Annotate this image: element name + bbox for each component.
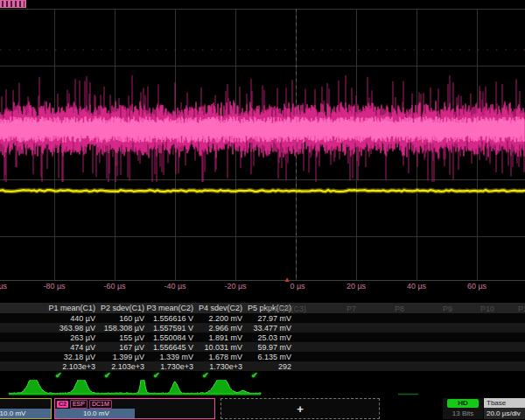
time-axis-label: 0 µs <box>290 282 304 290</box>
checkmark-icon: ✔ <box>202 371 242 380</box>
waveform-grid: ▲ <box>0 0 525 294</box>
table-row: 2.103e+32.103e+31.730e+31.730e+3292 <box>0 361 525 371</box>
table-cell-value: 1.556645 V <box>153 343 193 352</box>
table-cell-value: 292 <box>278 362 291 371</box>
gridline-horizontal <box>0 122 525 123</box>
table-cell: 25.03 mV <box>245 332 294 342</box>
table-cell: 1.550084 V <box>147 332 196 342</box>
checkmark-icon: ✔ <box>55 371 95 380</box>
param-header-inactive[interactable]: P8 <box>395 304 404 313</box>
table-cell-value: 2.103e+3 <box>111 362 144 371</box>
c1-scale-value: 10.0 mV <box>0 410 25 417</box>
param-header[interactable]: P4 sdev(C2) <box>196 303 245 313</box>
table-cell: 1.678 mV <box>196 352 245 361</box>
param-header-inactive[interactable]: P9 <box>443 304 452 313</box>
table-cell-value: 59.97 mV <box>257 343 291 352</box>
table-cell-value: 167 µV <box>119 343 144 352</box>
table-cell-value: 474 µV <box>70 343 95 352</box>
table-cell-value: 1.550084 V <box>153 333 193 342</box>
table-cell: 1.557591 V <box>147 323 196 332</box>
table-cell-value: 1.339 mV <box>159 353 193 361</box>
table-cell-value: 1.557591 V <box>153 324 193 332</box>
table-cell-value: 1.891 mV <box>208 333 242 342</box>
gridline-horizontal <box>0 66 525 66</box>
table-cell-value: 1.730e+3 <box>209 362 242 371</box>
gridline-horizontal <box>0 179 525 180</box>
table-cell: 155 µV <box>98 332 147 342</box>
c2-esp-chip: ESP <box>70 400 88 409</box>
table-row: 263 µV155 µV1.550084 V1.891 mV25.03 mV <box>0 332 525 342</box>
c2-coupling-chip: DC1M <box>89 400 112 409</box>
param-header-inactive[interactable]: P11 <box>518 304 525 313</box>
table-header-row: P1 mean(C1)P2 sdev(C1)P3 mean(C2)P4 sdev… <box>0 303 525 313</box>
channel-1-descriptor[interactable]: DC1M 10.0 mV <box>0 398 52 419</box>
table-cell: 1.339 mV <box>147 352 196 361</box>
c2-scale-bar: 10.0 mV <box>55 409 135 418</box>
status-cell: ✔ <box>98 371 147 380</box>
param-header[interactable]: P3 mean(C2) <box>147 303 196 313</box>
param-header[interactable]: P1 mean(C1) <box>49 303 98 313</box>
table-cell: 59.97 mV <box>245 342 294 352</box>
checkmark-icon: ✔ <box>104 371 144 380</box>
gridline-horizontal <box>0 236 525 237</box>
table-cell: 474 µV <box>49 342 98 352</box>
table-cell-value: 33.477 mV <box>253 324 291 332</box>
time-axis-label: -80 µs <box>43 282 65 290</box>
table-cell: 167 µV <box>98 342 147 352</box>
gridline-vertical <box>54 9 55 280</box>
time-axis-label: 20 µs <box>346 282 366 290</box>
gridline-vertical <box>477 9 478 280</box>
table-cell: 1.556616 V <box>147 313 196 323</box>
c1-scale-bar: 10.0 mV <box>0 409 51 418</box>
param-header-label: P2 sdev(C1) <box>101 304 144 312</box>
table-cell: 363.98 µV <box>49 323 98 332</box>
table-cell: 1.891 mV <box>196 332 245 342</box>
time-axis-label: 40 µs <box>407 282 426 290</box>
timebase-descriptor[interactable]: Tbase 20.0 µs/div <box>484 398 525 419</box>
param-header-inactive[interactable]: P10 <box>480 304 494 313</box>
table-cell-value: 1.730e+3 <box>160 362 193 371</box>
table-cell: 32.18 µV <box>49 352 98 361</box>
table-cell-value: 10.031 mV <box>204 343 242 352</box>
table-cell-value: 32.18 µV <box>64 353 95 361</box>
param-header-inactive[interactable]: P7 <box>346 304 356 313</box>
table-cell: 1.556645 V <box>147 342 196 352</box>
c2-scale-value: 10.0 mV <box>83 410 109 417</box>
table-cell: 27.97 mV <box>245 313 294 323</box>
channel-2-descriptor[interactable]: C2 ESP DC1M 10.0 mV <box>54 398 215 419</box>
gridline-horizontal <box>0 9 525 10</box>
add-trace-button[interactable]: + <box>220 398 380 419</box>
timebase-value: 20.0 µs/div <box>484 408 525 419</box>
table-cell-value: 2.103e+3 <box>62 362 95 371</box>
time-axis-label: 60 µs <box>467 282 486 290</box>
table-cell: 160 µV <box>98 313 147 323</box>
table-cell-value: 27.97 mV <box>257 314 291 323</box>
hd-mode-indicator[interactable]: HD 13 Bits <box>443 398 483 419</box>
table-cell-value: 2.966 mV <box>208 324 242 332</box>
checkmark-icon: ✔ <box>153 371 193 380</box>
table-cell-value: 25.03 mV <box>257 333 291 342</box>
table-cell-value: 1.678 mV <box>208 353 242 361</box>
table-cell: 292 <box>245 361 294 371</box>
gridline-vertical <box>356 9 357 280</box>
table-row: 32.18 µV1.399 µV1.339 mV1.678 mV6.135 mV <box>0 352 525 361</box>
table-cell-value: 2.200 mV <box>208 314 242 323</box>
time-axis-label: -100 µs <box>0 282 7 290</box>
table-cell: 10.031 mV <box>196 342 245 352</box>
status-cell: ✔ <box>245 371 294 380</box>
table-cell: 1.399 µV <box>98 352 147 361</box>
grid-bottom-edge <box>0 280 525 281</box>
param-header-inactive[interactable]: P6 pkpk(C3) <box>262 304 306 313</box>
table-cell-value: 440 µV <box>70 314 95 323</box>
table-cell-value: 155 µV <box>119 333 144 342</box>
table-cell: 1.730e+3 <box>147 361 196 371</box>
table-cell: 158.308 µV <box>98 323 147 332</box>
hd-badge: HD <box>447 399 479 408</box>
time-axis-label: -40 µs <box>164 282 186 290</box>
status-cell: ✔ <box>49 371 98 380</box>
table-cell: 2.103e+3 <box>49 361 98 371</box>
param-header[interactable]: P2 sdev(C1) <box>98 303 147 313</box>
status-cell: ✔ <box>147 371 196 380</box>
param-header-label: P1 mean(C1) <box>48 304 95 312</box>
measurement-table[interactable]: P1 mean(C1)P2 sdev(C1)P3 mean(C2)P4 sdev… <box>0 303 525 380</box>
